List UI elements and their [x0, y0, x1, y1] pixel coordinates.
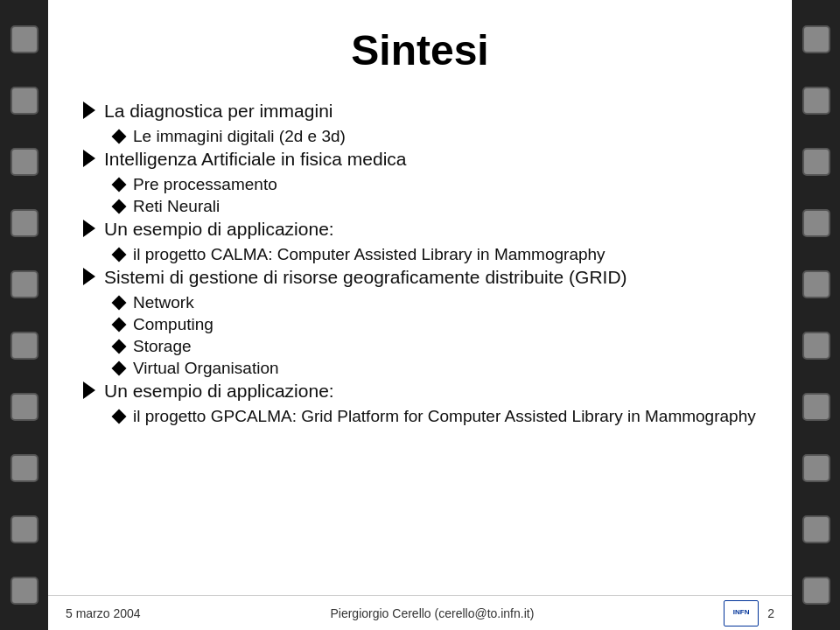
bullet-item-3: Pre processamento: [114, 175, 757, 194]
diamond-icon: [114, 407, 133, 426]
film-hole: [802, 87, 830, 115]
bullet-item-11: Virtual Organisation: [114, 359, 757, 378]
filmstrip-left: [0, 0, 48, 630]
film-hole: [10, 270, 38, 298]
diamond-icon: [114, 127, 133, 146]
diamond-icon: [114, 293, 133, 312]
film-hole: [802, 577, 830, 605]
film-hole: [10, 393, 38, 421]
film-hole: [10, 87, 38, 115]
bullet-item-2: Intelligenza Artificiale in fisica medic…: [83, 149, 757, 172]
filmstrip-right: [792, 0, 840, 630]
infn-logo: INFN: [724, 600, 759, 626]
bullet-text: Pre processamento: [133, 175, 277, 194]
film-hole: [10, 577, 38, 605]
bullet-item-7: Sistemi di gestione di risorse geografic…: [83, 267, 757, 290]
film-hole: [802, 515, 830, 543]
footer-page: 2: [767, 606, 774, 620]
bullet-text: Virtual Organisation: [133, 359, 279, 378]
bullet-text: La diagnostica per immagini: [104, 101, 332, 122]
arrow-right-icon: [83, 381, 104, 403]
film-hole: [802, 270, 830, 298]
bullet-item-9: Computing: [114, 315, 757, 334]
film-hole: [10, 515, 38, 543]
footer-right: INFN 2: [724, 600, 774, 626]
arrow-right-icon: [83, 267, 104, 290]
diamond-icon: [114, 245, 133, 264]
bullet-item-1: Le immagini digitali (2d e 3d): [114, 127, 757, 146]
film-hole: [802, 148, 830, 176]
diamond-icon: [114, 175, 133, 194]
film-hole: [802, 332, 830, 360]
bullet-text: Storage: [133, 337, 192, 356]
film-hole: [802, 209, 830, 237]
diamond-icon: [114, 359, 133, 378]
bullet-text: il progetto CALMA: Computer Assisted Lib…: [133, 245, 606, 264]
footer: 5 marzo 2004 Piergiorgio Cerello (cerell…: [48, 595, 792, 630]
bullet-item-4: Reti Neurali: [114, 197, 757, 216]
bullet-text: Network: [133, 293, 194, 312]
bullet-text: il progetto GPCALMA: Grid Platform for C…: [133, 407, 756, 426]
footer-date: 5 marzo 2004: [66, 606, 141, 620]
film-hole: [802, 393, 830, 421]
film-hole: [802, 25, 830, 53]
bullet-text: Un esempio di applicazione:: [104, 381, 334, 402]
diamond-icon: [114, 197, 133, 216]
bullet-item-10: Storage: [114, 337, 757, 356]
diamond-icon: [114, 315, 133, 334]
bullet-item-13: il progetto GPCALMA: Grid Platform for C…: [114, 407, 757, 426]
arrow-right-icon: [83, 149, 104, 172]
bullet-item-8: Network: [114, 293, 757, 312]
film-hole: [10, 209, 38, 237]
arrow-right-icon: [83, 219, 104, 242]
arrow-right-icon: [83, 101, 104, 123]
film-hole: [10, 25, 38, 53]
bullet-text: Un esempio di applicazione:: [104, 219, 334, 240]
bullet-text: Computing: [133, 315, 214, 334]
bullet-text: Sistemi di gestione di risorse geografic…: [104, 267, 627, 288]
bullet-item-6: il progetto CALMA: Computer Assisted Lib…: [114, 245, 757, 264]
bullet-text: Le immagini digitali (2d e 3d): [133, 127, 346, 146]
bullet-list: La diagnostica per immaginiLe immagini d…: [83, 101, 757, 426]
film-hole: [10, 148, 38, 176]
slide-content: Sintesi La diagnostica per immaginiLe im…: [48, 0, 792, 595]
bullet-text: Intelligenza Artificiale in fisica medic…: [104, 149, 407, 170]
film-hole: [10, 332, 38, 360]
diamond-icon: [114, 337, 133, 356]
bullet-text: Reti Neurali: [133, 197, 220, 216]
slide-title: Sintesi: [83, 18, 757, 74]
footer-author: Piergiorgio Cerello (cerello@to.infn.it): [330, 606, 534, 620]
film-hole: [802, 454, 830, 482]
bullet-item-12: Un esempio di applicazione:: [83, 381, 757, 403]
film-hole: [10, 454, 38, 482]
bullet-item-0: La diagnostica per immagini: [83, 101, 757, 123]
bullet-item-5: Un esempio di applicazione:: [83, 219, 757, 242]
